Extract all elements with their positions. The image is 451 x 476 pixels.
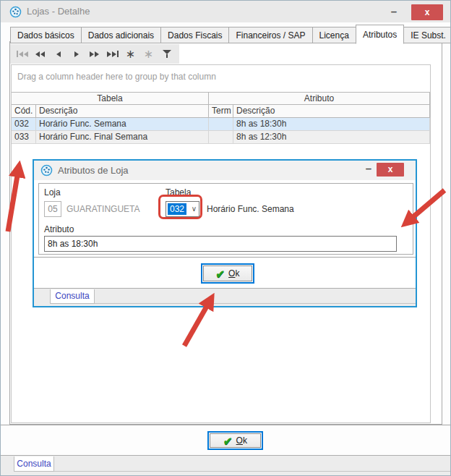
title-bar: Lojas - Detalhe – x bbox=[1, 1, 450, 22]
dialog-tab-line bbox=[95, 303, 416, 304]
record-navigator: ∗ ∗ bbox=[10, 44, 179, 64]
atributo-label: Atributo bbox=[44, 224, 74, 234]
app-icon bbox=[9, 6, 22, 18]
tab-strip: Dados básicos Dados adicionais Dados Fis… bbox=[10, 25, 451, 43]
main-consulta-tab[interactable]: Consulta bbox=[14, 456, 54, 472]
goto-bookmark-star-icon[interactable]: ∗ bbox=[139, 46, 158, 62]
chevron-down-icon: ∨ bbox=[192, 205, 197, 213]
ok-button-label: Ok bbox=[236, 435, 247, 446]
cell-descricao: Horário Func. Semana bbox=[36, 118, 209, 131]
dialog-status-bar: Consulta bbox=[34, 288, 416, 306]
dialog-consulta-tab[interactable]: Consulta bbox=[50, 289, 95, 304]
cell-atributo-descricao: 8h as 18:30h bbox=[233, 118, 430, 131]
close-button[interactable]: x bbox=[411, 4, 443, 20]
filter-funnel-icon[interactable] bbox=[158, 46, 176, 62]
group-by-hint: Drag a column header here to group by th… bbox=[17, 72, 216, 82]
main-ok-button[interactable]: ✔ Ok bbox=[207, 431, 263, 450]
cell-descricao: Horário Func. Final Semana bbox=[36, 131, 209, 144]
minimize-button[interactable]: – bbox=[386, 7, 402, 20]
footer-separator bbox=[1, 425, 450, 426]
column-header-descricao-tabela[interactable]: Descrição bbox=[36, 105, 209, 118]
tab-licenca[interactable]: Licença bbox=[312, 27, 356, 43]
nav-last-icon[interactable] bbox=[103, 46, 121, 62]
dialog-separator bbox=[34, 257, 416, 258]
atributo-input[interactable] bbox=[44, 236, 397, 252]
band-header-atributo[interactable]: Atributo bbox=[209, 92, 430, 105]
main-tab-line bbox=[54, 471, 450, 472]
nav-next-icon[interactable] bbox=[67, 46, 85, 62]
dialog-ok-button[interactable]: ✔ Ok bbox=[201, 263, 254, 284]
column-header-row: Cód. Descrição Term Descrição bbox=[12, 105, 430, 118]
cell-atributo-descricao: 8h as 12:30h bbox=[233, 131, 430, 144]
lojas-detalhe-window: Lojas - Detalhe – x Dados básicos Dados … bbox=[0, 0, 451, 476]
tabela-selected-value: 032 bbox=[168, 203, 186, 215]
nav-prior-page-icon[interactable] bbox=[31, 46, 49, 62]
loja-label: Loja bbox=[44, 187, 61, 197]
tab-atributos[interactable]: Atributos bbox=[356, 25, 404, 44]
table-row[interactable]: 032 Horário Func. Semana 8h as 18:30h bbox=[12, 118, 430, 131]
dialog-field-panel: Loja 05 GUARATINGUETA Tabela 032 ∨ Horár… bbox=[38, 183, 413, 255]
tab-financeiros-sap[interactable]: Financeiros / SAP bbox=[228, 27, 312, 43]
loja-name-field: GUARATINGUETA bbox=[66, 204, 140, 214]
loja-code-field: 05 bbox=[44, 201, 61, 217]
column-header-cod[interactable]: Cód. bbox=[12, 105, 36, 118]
dialog-minimize-button[interactable]: – bbox=[361, 163, 377, 177]
cell-term bbox=[209, 118, 233, 131]
ok-button-label: Ok bbox=[228, 268, 239, 279]
band-header-row: Tabela Atributo bbox=[12, 92, 430, 105]
nav-next-page-icon[interactable] bbox=[85, 46, 103, 62]
dialog-title: Atributos de Loja bbox=[58, 165, 129, 176]
nav-prior-icon[interactable] bbox=[49, 46, 67, 62]
tab-dados-fiscais[interactable]: Dados Fiscais bbox=[160, 27, 229, 43]
check-icon: ✔ bbox=[223, 435, 233, 446]
dialog-title-bar: Atributos de Loja – x bbox=[34, 161, 416, 180]
tabela-description: Horário Func. Semana bbox=[207, 204, 294, 214]
column-header-term[interactable]: Term bbox=[209, 105, 233, 118]
dialog-app-icon bbox=[40, 164, 53, 177]
tabela-label: Tabela bbox=[166, 187, 191, 197]
tab-ie-subst[interactable]: IE Subst. bbox=[403, 27, 451, 43]
main-status-bar: Consulta bbox=[1, 455, 450, 475]
nav-first-icon[interactable] bbox=[13, 46, 31, 62]
tabela-combobox[interactable]: 032 ∨ bbox=[166, 201, 199, 217]
bookmark-star-icon[interactable]: ∗ bbox=[121, 46, 139, 62]
table-row[interactable]: 033 Horário Func. Final Semana 8h as 12:… bbox=[12, 131, 430, 144]
atributos-de-loja-dialog: Atributos de Loja – x Loja 05 GUARATINGU… bbox=[33, 159, 417, 307]
column-header-descricao-atributo[interactable]: Descrição bbox=[233, 105, 430, 118]
dialog-close-button[interactable]: x bbox=[377, 163, 404, 177]
window-title: Lojas - Detalhe bbox=[27, 6, 90, 17]
cell-cod: 033 bbox=[12, 131, 36, 144]
band-header-tabela[interactable]: Tabela bbox=[12, 92, 209, 105]
grid-header: Tabela Atributo Cód. Descrição Term Desc… bbox=[12, 92, 430, 144]
tab-dados-basicos[interactable]: Dados básicos bbox=[10, 27, 82, 43]
check-icon: ✔ bbox=[216, 268, 226, 279]
tab-dados-adicionais[interactable]: Dados adicionais bbox=[81, 27, 161, 43]
cell-cod: 032 bbox=[12, 118, 36, 131]
cell-term bbox=[209, 131, 233, 144]
